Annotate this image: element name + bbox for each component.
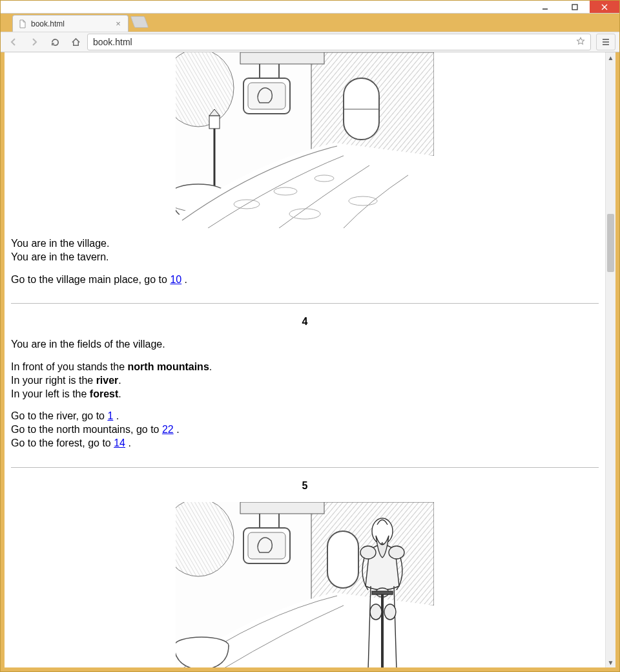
text-line: . — [209, 361, 212, 372]
choice-text: . — [113, 410, 119, 421]
viewport-wrapper: You are in the village. You are in the t… — [5, 52, 615, 667]
new-tab-button[interactable] — [130, 16, 149, 28]
scroll-down-arrow-icon[interactable]: ▼ — [606, 657, 615, 667]
section-text: In front of you stands the north mountai… — [11, 361, 599, 401]
section-text: You are in the fields of the village. — [11, 338, 599, 352]
menu-button[interactable] — [596, 34, 615, 50]
text-line: You are in the village. — [11, 238, 109, 249]
close-button[interactable] — [590, 1, 619, 13]
choice-text: Go to the forest, go to — [11, 437, 114, 448]
text-line: In front of you stands the — [11, 361, 128, 372]
svg-rect-20 — [209, 116, 220, 129]
tab-close-icon[interactable]: × — [114, 19, 123, 28]
browser-toolbar: book.html — [1, 32, 619, 52]
choice-text: Go to the north mountains, go to — [11, 424, 162, 435]
section-text: You are in the village. You are in the t… — [11, 237, 599, 264]
goto-link-22[interactable]: 22 — [162, 424, 174, 435]
section-divider — [11, 303, 599, 304]
scroll-up-arrow-icon[interactable]: ▲ — [606, 52, 615, 63]
choice-block: Go to the river, go to 1 . Go to the nor… — [11, 410, 599, 450]
text-line: . — [118, 388, 121, 399]
illustration-knight — [176, 502, 434, 667]
scroll-thumb[interactable] — [607, 214, 614, 272]
vertical-scrollbar[interactable]: ▲ ▼ — [605, 52, 615, 667]
svg-point-39 — [389, 546, 404, 559]
choice-text: . — [181, 274, 187, 285]
choice-text: . — [174, 424, 180, 435]
tab-title: book.html — [31, 19, 65, 28]
svg-rect-1 — [572, 5, 577, 10]
file-icon — [18, 19, 27, 28]
page-content: You are in the village. You are in the t… — [5, 52, 605, 667]
illustration-tavern — [176, 52, 434, 228]
svg-rect-29 — [327, 531, 358, 588]
svg-point-37 — [372, 518, 393, 544]
reload-button[interactable] — [46, 34, 64, 50]
svg-rect-17 — [248, 83, 285, 109]
choice-text: Go to the river, go to — [11, 410, 107, 421]
section-number: 4 — [11, 315, 599, 329]
address-bar[interactable]: book.html — [87, 34, 591, 50]
section-number: 5 — [11, 479, 599, 493]
section-divider — [11, 467, 599, 468]
home-button[interactable] — [67, 34, 85, 50]
goto-link-1[interactable]: 1 — [107, 410, 113, 421]
maximize-button[interactable] — [560, 1, 590, 13]
bookmark-star-icon[interactable] — [576, 37, 585, 48]
text-bold: river — [96, 375, 119, 386]
tab-strip: book.html × — [1, 14, 619, 32]
choice-text: Go to the village main place, go to — [11, 274, 170, 285]
svg-point-38 — [360, 546, 376, 559]
back-button[interactable] — [5, 34, 23, 50]
forward-button[interactable] — [25, 34, 43, 50]
text-line: . — [118, 375, 121, 386]
goto-link-14[interactable]: 14 — [114, 437, 125, 448]
choice-line: Go to the village main place, go to 10 . — [11, 273, 599, 287]
page-viewport: You are in the village. You are in the t… — [5, 52, 615, 667]
text-line: You are in the fields of the village. — [11, 339, 165, 350]
svg-point-44 — [384, 604, 396, 620]
window-titlebar — [1, 1, 619, 14]
text-line: In your right is the — [11, 375, 96, 386]
svg-rect-34 — [248, 532, 285, 559]
text-bold: forest — [90, 388, 118, 399]
text-line: In your left is the — [11, 388, 90, 399]
browser-tab[interactable]: book.html × — [12, 15, 129, 32]
svg-rect-42 — [372, 591, 393, 594]
url-text: book.html — [93, 37, 132, 47]
svg-rect-13 — [240, 52, 324, 64]
minimize-button[interactable] — [530, 1, 560, 13]
svg-rect-30 — [240, 502, 324, 514]
choice-text: . — [125, 437, 131, 448]
text-line: You are in the tavern. — [11, 251, 109, 262]
text-bold: north mountains — [128, 361, 209, 372]
browser-window: book.html × book.html — [0, 0, 620, 672]
goto-link-10[interactable]: 10 — [170, 274, 181, 285]
svg-point-43 — [370, 604, 382, 620]
